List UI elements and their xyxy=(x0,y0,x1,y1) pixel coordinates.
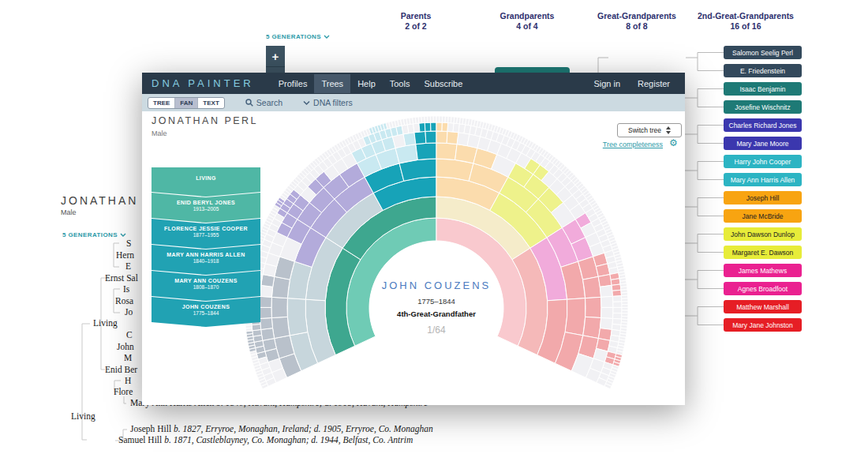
ancestor-box[interactable]: Josefine Wischnitz xyxy=(724,100,802,114)
ancestor-box[interactable]: Mary Jane Johnston xyxy=(724,318,802,332)
tree-text-line[interactable]: S xyxy=(126,238,131,248)
tree-person-name[interactable]: Samuel Hill xyxy=(118,435,162,445)
tree-text-line[interactable]: Joseph Hill b. 1827, Erryroe, Monaghan, … xyxy=(130,424,433,433)
tree-person-name[interactable]: Jo xyxy=(125,307,133,317)
tree-text-line[interactable]: Is xyxy=(123,284,129,294)
tree-text-line[interactable]: Hern xyxy=(116,250,134,260)
center-person-dates: 1775–1844 xyxy=(350,297,523,306)
ancestor-box[interactable]: Agnes Broadfoot xyxy=(724,282,802,295)
ancestor-box[interactable]: Isaac Benjamin xyxy=(724,82,802,96)
ancestor-box[interactable]: James Mathews xyxy=(724,264,802,277)
ancestor-name: FLORENCE JESSIE COOPER xyxy=(152,226,260,231)
tree-person-name[interactable]: E xyxy=(125,261,131,271)
tree-text-line[interactable]: M xyxy=(124,353,132,362)
tree-person-name[interactable]: S xyxy=(126,238,131,248)
ancestor-name: ENID BERYL JONES xyxy=(152,200,260,205)
ancestor-box[interactable]: E. Friedenstein xyxy=(724,64,802,77)
tree-text-line[interactable]: Ernst Sal xyxy=(105,273,138,283)
center-person-relation: 4th-Great-Grandfather xyxy=(350,310,523,318)
tree-person-detail: b. 1871, Castleblayney, Co. Monaghan; d.… xyxy=(162,435,413,445)
tree-person-name[interactable]: Living xyxy=(93,318,118,328)
tree-person-name[interactable]: John xyxy=(117,342,134,351)
ancestor-box[interactable]: Harry John Cooper xyxy=(724,155,802,168)
page: Parents2 of 2Grandparents4 of 4Great-Gra… xyxy=(0,0,868,454)
tree-text-line[interactable]: Living xyxy=(93,318,118,328)
ancestor-box[interactable]: Matthew Marshall xyxy=(724,300,802,313)
tree-person-name[interactable]: Living xyxy=(71,411,95,421)
dna-painter-window: DNA PAINTER ProfilesTreesHelpToolsSubscr… xyxy=(142,73,685,405)
tree-person-name[interactable]: Enid Ber xyxy=(105,365,137,374)
tree-person-name[interactable]: M xyxy=(124,353,132,362)
great-grandparent-box[interactable]: Hermann Perl xyxy=(608,49,686,66)
ancestor-box[interactable]: John Dawson Dunlop xyxy=(724,227,802,241)
tree-person-name[interactable]: Flore xyxy=(114,387,133,396)
ancestor-dates: 1840–1918 xyxy=(152,258,260,264)
ancestor-box[interactable]: Mary Ann Harris Allen xyxy=(724,173,802,186)
tree-person-name[interactable]: C xyxy=(126,330,133,340)
ancestor-dates: 1913–2005 xyxy=(152,206,260,212)
tree-person-name[interactable]: Rosa xyxy=(115,296,133,306)
fan-center-info: JOHN COUZENS 1775–1844 4th-Great-Grandfa… xyxy=(350,280,523,336)
ancestor-box[interactable]: Mary Jane Moore xyxy=(724,137,802,150)
tree-text-line[interactable]: John xyxy=(117,342,134,351)
ancestor-box[interactable]: Joseph Hill xyxy=(724,191,802,204)
tree-text-line[interactable]: Jo xyxy=(125,307,133,317)
tree-text-line[interactable]: Enid Ber xyxy=(105,365,137,374)
ancestor-path-box[interactable]: LIVING xyxy=(152,167,260,197)
ancestor-dates: 1808–1870 xyxy=(152,284,260,290)
tree-text-line[interactable]: H xyxy=(125,376,131,385)
tree-person-name[interactable]: Hern xyxy=(116,250,134,260)
center-person-name: JOHN COUZENS xyxy=(350,280,523,291)
tree-person-name[interactable]: Is xyxy=(123,284,129,294)
ancestor-box[interactable]: Margaret E. Dawson xyxy=(724,246,802,259)
tree-person-name[interactable]: Ernst Sal xyxy=(105,273,138,283)
tree-text-line[interactable]: C xyxy=(126,330,133,340)
tree-person-detail: b. 1827, Erryroe, Monaghan, Ireland; d. … xyxy=(171,424,433,433)
tree-person-name[interactable]: H xyxy=(125,376,131,385)
ancestor-box[interactable]: Salomon Seelig Perl xyxy=(724,46,802,59)
ancestor-name: MARY ANN HARRIS ALLEN xyxy=(152,252,260,257)
tree-text-line[interactable]: Living xyxy=(71,411,95,421)
ancestor-name: MARY ANN COUZENS xyxy=(152,278,260,283)
ancestor-box[interactable]: Charles Richard Jones xyxy=(724,118,802,132)
tree-text-line[interactable]: Samuel Hill b. 1871, Castleblayney, Co. … xyxy=(118,435,413,445)
ancestor-dates: 1775–1844 xyxy=(152,310,260,316)
ancestor-box[interactable]: Jane McBride xyxy=(724,209,802,223)
tree-text-line[interactable]: Rosa xyxy=(115,296,133,306)
tree-person-name[interactable]: Joseph Hill xyxy=(130,424,171,433)
tree-text-line[interactable]: E xyxy=(125,261,131,271)
ancestor-dates: 1877–1955 xyxy=(152,232,260,238)
center-person-fraction: 1/64 xyxy=(350,325,523,336)
ancestor-name: JOHN COUZENS xyxy=(152,304,260,310)
ancestor-name: LIVING xyxy=(152,175,260,181)
tree-text-line[interactable]: Flore xyxy=(114,387,133,396)
